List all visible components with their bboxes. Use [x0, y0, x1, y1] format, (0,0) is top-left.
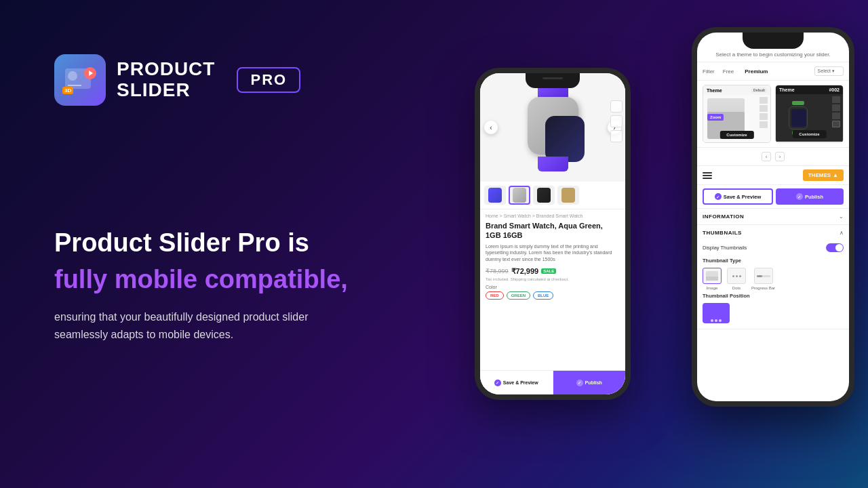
theme-card-1-header: Theme Default: [703, 85, 770, 95]
phone-right: Select a theme to begin customizing your…: [692, 27, 854, 407]
admin-toolbar: THEMES ▲: [697, 166, 849, 185]
thumb-item-3[interactable]: [533, 186, 555, 205]
pag-next[interactable]: ›: [775, 152, 785, 161]
theme-grid: Theme Default Zoom: [697, 81, 849, 148]
thumbnails-header-text: THUMBNAILS: [703, 230, 742, 236]
dots-row: [732, 275, 741, 277]
hamburger-line-2: [703, 175, 712, 176]
tax-text: Tax included. Shipping calculated at che…: [486, 277, 620, 281]
thumb-type-progress[interactable]: Progress Bar: [751, 268, 775, 290]
side-thumbnails: [610, 100, 623, 142]
phone-notch-left: [526, 73, 580, 88]
default-badge: Default: [751, 87, 767, 93]
display-thumbnails-row: Display Thumbnails: [703, 243, 844, 252]
product-breadcrumb: Home > Smart Watch > Branded Smart Watch: [486, 214, 620, 218]
themes-button[interactable]: THEMES ▲: [803, 169, 844, 181]
thumb-item-4[interactable]: [557, 186, 579, 205]
filter-bar: Filter Free Premium Select ▾: [697, 62, 849, 81]
thumb-type-box-image: [703, 268, 722, 284]
thumb-type-box-progress: [754, 268, 773, 284]
color-red[interactable]: RED: [486, 291, 504, 300]
svg-marker-0: [89, 70, 93, 76]
product-image-area: ‹ ›: [480, 73, 625, 182]
theme-card-1: Theme Default Zoom: [703, 85, 771, 143]
thumb-item-2[interactable]: [509, 186, 530, 205]
publish-icon: [576, 380, 583, 386]
pag-prev[interactable]: ‹: [762, 152, 771, 161]
position-preview[interactable]: [703, 303, 730, 323]
image-thumb-icon: [706, 271, 718, 281]
logo-area: 3D PRODUCT SLIDER PRO: [54, 54, 434, 106]
info-section-header[interactable]: INFORMATION ⌄: [697, 209, 849, 224]
phone-bottom-bar: Save & Preview Publish: [480, 370, 625, 394]
thumb-type-progress-label: Progress Bar: [751, 286, 775, 290]
hamburger-line-3: [703, 178, 712, 179]
left-section: 3D PRODUCT SLIDER PRO Product Slider Pro…: [54, 54, 434, 343]
theme-card-2-header: Theme #002: [776, 85, 843, 94]
thumbnails-settings-body: Display Thumbnails Thumbnail Type: [697, 241, 849, 329]
watch-screen: [545, 116, 585, 162]
filter-premium-btn[interactable]: Premium: [742, 67, 770, 76]
save-check-icon: [715, 193, 722, 200]
zoom-badge: Zoom: [707, 114, 724, 121]
pos-dot-3: [719, 319, 722, 322]
headline-purple: fully mobile compatible,: [54, 264, 434, 296]
dot-3: [739, 275, 741, 277]
info-header-text: INFORMATION: [703, 214, 744, 220]
save-icon: [494, 380, 501, 386]
filter-select[interactable]: Select ▾: [814, 66, 844, 76]
hamburger-menu[interactable]: [703, 172, 712, 179]
info-chevron-icon: ⌄: [839, 214, 844, 220]
thumbnail-position-section: Thumbnail Position: [703, 293, 844, 323]
left-save-preview-btn[interactable]: Save & Preview: [480, 371, 553, 394]
pro-badge: PRO: [237, 67, 300, 93]
customize-btn-2[interactable]: Customize: [792, 130, 826, 138]
pos-dot-row: [704, 319, 728, 322]
themes-chevron-icon: ▲: [833, 172, 838, 178]
slider-arrow-left[interactable]: ‹: [484, 121, 498, 134]
thumbnails-section: THUMBNAILS ∧ Display Thumbnails Thumbnai…: [697, 225, 849, 329]
preview-thumbs: [760, 97, 768, 128]
theme-card-2: Theme #002: [775, 85, 844, 143]
thumb-type-image[interactable]: Image: [703, 268, 722, 290]
logo-3d-badge: 3D: [62, 87, 73, 94]
color-green[interactable]: GREEN: [507, 291, 530, 300]
thumb-item-1[interactable]: [484, 186, 506, 205]
theme-preview-2: Customize: [776, 94, 843, 142]
display-thumbnails-toggle[interactable]: [826, 243, 844, 252]
dot-2: [736, 275, 738, 277]
admin-save-preview-btn[interactable]: Save & Preview: [703, 188, 773, 205]
admin-screen: Select a theme to begin customizing your…: [697, 33, 849, 401]
phone-left: ‹ ›: [475, 68, 631, 400]
color-blue[interactable]: BLUE: [533, 291, 553, 300]
thumbnail-type-title: Thumbnail Type: [703, 258, 844, 264]
publish-check-icon: [796, 193, 803, 200]
thumb-type-dots[interactable]: Dots: [727, 268, 746, 290]
color-options: RED GREEN BLUE: [486, 291, 620, 300]
thumb-watch-1: [488, 188, 502, 203]
admin-publish-btn[interactable]: Publish: [776, 188, 844, 205]
info-section: INFORMATION ⌄: [697, 209, 849, 225]
progress-bar-icon: [757, 275, 770, 277]
thumb-type-box-dots: [727, 268, 746, 284]
filter-label: Filter: [703, 68, 715, 75]
logo-box: 3D: [54, 54, 106, 106]
thumb-row: [480, 182, 625, 209]
pos-dot-2: [715, 319, 717, 322]
thumbnails-section-header[interactable]: THUMBNAILS ∧: [697, 225, 849, 241]
notch-line: [542, 77, 563, 79]
headline-white: Product Slider Pro is: [54, 228, 434, 259]
logo-title: PRODUCT SLIDER: [117, 59, 215, 101]
dots-icon: [732, 275, 741, 277]
left-publish-btn[interactable]: Publish: [553, 371, 626, 394]
filter-free-btn[interactable]: Free: [720, 67, 736, 76]
watch-main: [515, 83, 590, 171]
side-thumb-1: [610, 100, 623, 113]
thumbnails-chevron-icon: ∧: [840, 230, 844, 236]
customize-btn-1[interactable]: Customize: [719, 131, 753, 139]
color-label: Color: [486, 285, 620, 289]
thumb-watch-4: [561, 188, 575, 203]
logo-box-inner: 3D: [60, 63, 100, 97]
thumb-watch-2: [513, 188, 526, 203]
phones-area: ‹ ›: [475, 27, 854, 474]
